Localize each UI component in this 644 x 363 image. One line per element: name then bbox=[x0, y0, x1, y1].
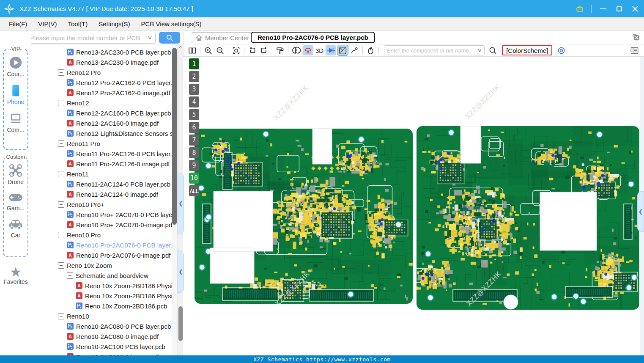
split-view-icon[interactable] bbox=[187, 45, 197, 55]
tree-item[interactable]: Reno10 Pro+ bbox=[31, 199, 172, 209]
tree-expander-icon[interactable] bbox=[58, 69, 64, 76]
tree-item[interactable]: Reno12-2AC160-0 PCB layer.pcb bbox=[31, 108, 172, 118]
menu-item-2[interactable]: Tool(T) bbox=[63, 17, 93, 30]
close-button[interactable] bbox=[630, 4, 640, 14]
measure-tool-icon[interactable] bbox=[337, 45, 348, 55]
right-panel-flap[interactable]: ❮ bbox=[637, 191, 644, 232]
tree-item[interactable]: Reno12-Light&Distance Sensors sh bbox=[31, 128, 172, 138]
tree-item[interactable]: Reno 10x Zoom bbox=[31, 260, 172, 270]
layer-panel-toggle-icon[interactable] bbox=[629, 45, 640, 55]
layer-button-5[interactable]: 5 bbox=[189, 109, 199, 120]
tree-item[interactable]: AReno10 Pro-2AC076-0-image.pdf bbox=[31, 250, 172, 260]
sidebar-item-car[interactable]: Car bbox=[4, 217, 27, 239]
tree-expander-icon[interactable] bbox=[58, 171, 64, 177]
pcb-board-canvas[interactable] bbox=[183, 57, 644, 355]
model-search-combobox[interactable]: Please input the model number or PCB ∨ bbox=[26, 32, 156, 44]
layer-button-1[interactable]: 1 bbox=[189, 58, 199, 69]
tree-item[interactable]: AReno13-2AC230-0 image.pdf bbox=[31, 57, 172, 67]
tree-item[interactable]: Reno10 bbox=[31, 311, 172, 321]
menu-item-4[interactable]: PCB View settings(S) bbox=[135, 17, 207, 30]
scroll-up-arrow-icon[interactable]: ^ bbox=[178, 44, 183, 51]
tree-collapse-flap[interactable]: ❮ bbox=[178, 173, 184, 234]
net-search-combobox[interactable]: Enter the component or net name ∨ bbox=[384, 45, 485, 55]
tree-expander-icon[interactable] bbox=[58, 140, 64, 147]
layer-button-6[interactable]: 6 bbox=[189, 122, 199, 133]
tree-item[interactable]: Reno10 Pro bbox=[31, 230, 172, 240]
tree-item[interactable]: Reno12 bbox=[31, 98, 172, 108]
tree-expander-icon[interactable] bbox=[58, 262, 64, 269]
sidebar-item-computer[interactable]: Com... bbox=[4, 111, 27, 133]
member-center-button[interactable]: Member Center bbox=[191, 32, 254, 43]
tree-expander-icon[interactable] bbox=[58, 313, 64, 319]
fit-view-icon[interactable] bbox=[231, 45, 241, 55]
menu-item-1[interactable]: VIP(V) bbox=[33, 17, 62, 30]
model-search-button[interactable] bbox=[159, 32, 180, 44]
tree-item[interactable]: Schematic and boardview bbox=[31, 270, 172, 280]
net-search-icon[interactable] bbox=[488, 45, 498, 55]
layer-button-2[interactable]: 2 bbox=[189, 71, 199, 82]
rotate-ccw-icon[interactable] bbox=[247, 45, 258, 55]
tree-item[interactable]: AReno11 Pro-2AC126-0 image.pdf bbox=[31, 159, 172, 169]
tree-item[interactable]: AReno10-2AC080-0 image.pdf bbox=[31, 331, 172, 341]
tree-item[interactable]: Reno12 Pro bbox=[31, 67, 172, 77]
license-briefcase-icon[interactable] bbox=[575, 4, 584, 14]
tree-item[interactable]: Reno11-2AC124-0 PCB layer.pcb bbox=[31, 179, 172, 189]
diode-tool-icon[interactable] bbox=[326, 45, 336, 55]
layer-button-9[interactable]: 9 bbox=[189, 160, 199, 171]
tree-scrollbar-thumb[interactable] bbox=[172, 48, 177, 225]
tree-item[interactable]: AReno10 Pro+ 2AC070-0-image.pdf bbox=[31, 220, 172, 230]
maximize-button[interactable] bbox=[614, 4, 624, 14]
paint-roller-icon[interactable] bbox=[275, 45, 285, 55]
tree-expander-icon[interactable] bbox=[58, 100, 64, 106]
tree-item[interactable]: Reno10-2AC100 PCB layer.pcb bbox=[31, 341, 172, 352]
chevron-down-icon[interactable]: ∨ bbox=[477, 47, 482, 53]
pcb-viewer[interactable]: XZZ@XZZHK XZZ@XZZHK XZZ@XZZHK XZZ@XZZHK … bbox=[183, 57, 644, 355]
tree-item[interactable]: Reno11 Pro-2AC126-0 PCB layer.pcb bbox=[31, 148, 172, 159]
tree-item[interactable]: Reno11 Pro bbox=[31, 138, 172, 148]
menu-item-3[interactable]: Settings(S) bbox=[93, 17, 135, 30]
sidebar-item-favorites[interactable]: ★ Favorites bbox=[0, 266, 31, 285]
tree-item[interactable]: AReno11-2AC124-0 image.pdf bbox=[31, 189, 172, 199]
colorscheme-button[interactable]: [ColorScheme] bbox=[502, 45, 552, 55]
rotate-cw-icon[interactable] bbox=[259, 45, 269, 55]
sidebar-item-course[interactable]: Cour... bbox=[4, 55, 27, 77]
zoom-in-icon[interactable] bbox=[203, 45, 214, 55]
tree-scrollbar[interactable] bbox=[172, 44, 177, 355]
chevron-down-icon[interactable]: ∨ bbox=[147, 35, 152, 41]
mirror-flip-icon[interactable] bbox=[291, 45, 301, 55]
layer-button-8[interactable]: 8 bbox=[189, 147, 199, 158]
tree-item[interactable]: Reno11 bbox=[31, 169, 172, 179]
layer-button-all[interactable]: ALL bbox=[189, 185, 199, 196]
tree-item[interactable]: Reno12 Pro-2AC162-0 PCB layer.pcb bbox=[31, 77, 172, 88]
tree-item[interactable]: Reno13-2AC230-0 PCB layer.pcb bbox=[31, 47, 172, 57]
tree-item[interactable]: Reno10-2AC080-0 PCB layer.pcb bbox=[31, 321, 172, 331]
active-document-tab[interactable]: Reno10 Pro-2AC076-0 PCB layer.pcb bbox=[251, 32, 375, 43]
tree-item[interactable]: AReno 10x Zoom-2BD186 Physic bbox=[31, 280, 172, 291]
eye-visibility-icon[interactable] bbox=[556, 45, 567, 55]
tree-item[interactable]: AReno 10x Zoom-2BD186 Physic bbox=[31, 291, 172, 301]
zoom-out-icon[interactable] bbox=[215, 45, 225, 55]
sidebar-item-phone[interactable]: Phone bbox=[4, 83, 27, 105]
tree-expander-icon[interactable] bbox=[58, 232, 64, 238]
tree-collapse-flap-lower[interactable]: ❮ bbox=[178, 250, 184, 293]
sidebar-item-game[interactable]: Gam... bbox=[4, 191, 27, 212]
tree-item[interactable]: AReno12-2AC160-0 image.pdf bbox=[31, 118, 172, 128]
minimize-button[interactable] bbox=[598, 4, 608, 14]
tree-item[interactable]: AReno12 Pro-2AC162-0 image.pdf bbox=[31, 88, 172, 98]
sidebar-item-drone[interactable]: Drone bbox=[4, 163, 27, 185]
3d-view-button[interactable]: 3D bbox=[315, 47, 324, 54]
layer-button-3[interactable]: 3 bbox=[189, 84, 199, 95]
tree-expander-icon[interactable] bbox=[58, 201, 64, 208]
tree-expander-icon[interactable] bbox=[67, 272, 73, 279]
close-document-icon[interactable] bbox=[631, 33, 641, 42]
layer-button-7[interactable]: 7 bbox=[189, 135, 199, 146]
mouse-settings-icon[interactable] bbox=[365, 45, 376, 55]
tree-item[interactable]: Reno10 Pro-2AC076-0 PCB layer.pcb bbox=[31, 240, 172, 250]
tree-item[interactable]: Reno10 Pro+ 2AC070-0 PCB layer.pcb bbox=[31, 209, 172, 220]
panel-scrollbar-thumb[interactable] bbox=[178, 306, 183, 341]
layer-button-4[interactable]: 4 bbox=[189, 96, 199, 107]
layer-button-10[interactable]: 10 bbox=[189, 173, 199, 184]
tree-item[interactable]: Reno 10x Zoom-2BD186.pcb bbox=[31, 301, 172, 311]
curve-tool-icon[interactable] bbox=[349, 45, 360, 55]
menu-item-0[interactable]: File(F) bbox=[3, 17, 33, 30]
